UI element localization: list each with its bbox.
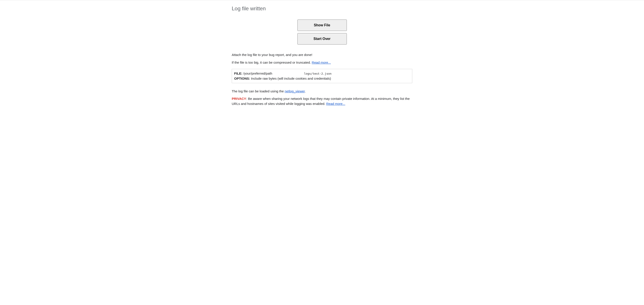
privacy-label: PRIVACY — [232, 97, 246, 100]
show-file-button[interactable]: Show File — [298, 19, 347, 31]
attach-instruction: Attach the log file to your bug report, … — [232, 52, 412, 57]
viewer-prefix: The log file can be loaded using the — [232, 89, 285, 93]
read-more-link[interactable]: Read more... — [312, 60, 331, 64]
too-big-instruction: If the file is too big, it can be compre… — [232, 60, 412, 65]
viewer-suffix: . — [305, 89, 306, 93]
start-over-button[interactable]: Start Over — [298, 33, 347, 44]
page-title: Log file written — [232, 5, 412, 12]
privacy-text: : Be aware when sharing your network log… — [232, 97, 410, 106]
file-path-prefix: /your/preferred/path — [243, 71, 272, 76]
options-row: OPTIONS: Include raw bytes (will include… — [234, 76, 410, 81]
netlog-viewer-link[interactable]: netlog_viewer — [285, 89, 305, 93]
file-path-mono: logs/test-2.json — [273, 71, 332, 76]
button-stack: Show File Start Over — [232, 19, 412, 44]
file-row: FILE: /your/preferred/path logs/test-2.j… — [234, 71, 410, 76]
options-value: Include raw bytes (will include cookies … — [250, 77, 331, 80]
options-label: OPTIONS: — [234, 77, 250, 80]
too-big-prefix: If the file is too big, it can be compre… — [232, 60, 312, 64]
file-info-box: FILE: /your/preferred/path logs/test-2.j… — [232, 69, 412, 83]
viewer-instruction: The log file can be loaded using the net… — [232, 89, 412, 94]
main-content: Log file written Show File Start Over At… — [232, 0, 412, 115]
privacy-notice: PRIVACY: Be aware when sharing your netw… — [232, 96, 412, 106]
file-label: FILE: — [234, 71, 242, 76]
privacy-read-more-link[interactable]: Read more... — [326, 102, 345, 106]
